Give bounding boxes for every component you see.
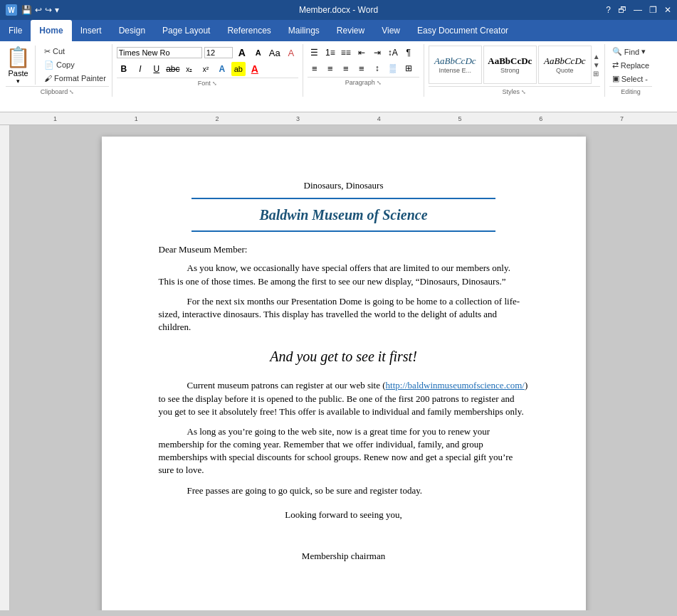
shading-btn[interactable]: ▒ [386, 61, 400, 75]
find-button[interactable]: 🔍 Find ▾ [609, 46, 652, 58]
multilevel-btn[interactable]: ≡≡ [339, 46, 353, 60]
menu-references[interactable]: References [219, 20, 279, 41]
doc-subtitle: Dinosaurs, Dinosaurs [159, 179, 529, 192]
menu-view[interactable]: View [373, 20, 409, 41]
title-bar-controls: ? 🗗 — ❐ ✕ [606, 5, 671, 15]
strikethrough-btn[interactable]: abc [166, 62, 180, 76]
italic-button[interactable]: I [133, 62, 147, 76]
help-btn[interactable]: ? [606, 5, 611, 15]
change-case-btn[interactable]: Aa [268, 46, 282, 60]
close-btn[interactable]: ✕ [664, 5, 671, 15]
undo-quick-btn[interactable]: ↩ [35, 5, 42, 15]
divider-bottom [191, 230, 495, 232]
doc-para1: As you know, we occasionally have specia… [159, 262, 529, 287]
align-center-btn[interactable]: ≡ [323, 61, 337, 75]
highlight-btn[interactable]: ab [231, 62, 246, 76]
styles-expand[interactable]: ⤡ [521, 89, 526, 95]
decrease-indent-btn[interactable]: ⇤ [355, 46, 369, 60]
doc-callout: And you get to see it first! [159, 346, 529, 366]
bullets-btn[interactable]: ☰ [308, 46, 322, 60]
format-painter-button[interactable]: 🖌 Format Painter [41, 73, 109, 84]
clipboard-expand[interactable]: ⤡ [69, 89, 74, 95]
shrink-font-btn[interactable]: A [251, 46, 266, 60]
cut-button[interactable]: ✂ Cut [41, 46, 68, 58]
ribbon-display-btn[interactable]: 🗗 [618, 5, 626, 15]
doc-link[interactable]: http://baldwinmuseumofscience.com/ [386, 380, 525, 391]
copy-button[interactable]: 📄 Copy [41, 59, 78, 71]
paste-button[interactable]: 📋 Paste ▾ [6, 46, 36, 85]
replace-button[interactable]: ⇄ Replace [609, 59, 652, 71]
customize-quick-btn[interactable]: ▾ [55, 5, 59, 15]
numbering-btn[interactable]: 1≡ [323, 46, 337, 60]
increase-indent-btn[interactable]: ⇥ [370, 46, 384, 60]
title-bar: W 💾 ↩ ↪ ▾ Member.docx - Word ? 🗗 — ❐ ✕ [0, 0, 677, 20]
ruler-marks: 1 1 2 3 4 5 6 7 [53, 115, 624, 122]
styles-scroll-down[interactable]: ▼ [593, 61, 600, 69]
word-icon: W [6, 4, 17, 16]
menu-mailings[interactable]: Mailings [280, 20, 328, 41]
select-button[interactable]: ▣ Select - [609, 73, 652, 85]
text-effects-btn[interactable]: A [215, 62, 229, 76]
clipboard-group: 📋 Paste ▾ ✂ Cut 📄 Copy 🖌 Format Painter [3, 44, 112, 97]
font-family-input[interactable] [117, 47, 202, 58]
font-group: A A Aa A B I U abc x₂ x² A ab A [112, 44, 303, 97]
menu-page-layout[interactable]: Page Layout [154, 20, 219, 41]
justify-btn[interactable]: ≡ [355, 61, 369, 75]
style-intense[interactable]: AaBbCcDc Intense E... [429, 46, 482, 84]
bold-button[interactable]: B [117, 62, 131, 76]
menu-home[interactable]: Home [31, 20, 71, 41]
borders-btn[interactable]: ⊞ [402, 61, 416, 75]
sort-btn[interactable]: ↕A [386, 46, 400, 60]
redo-quick-btn[interactable]: ↪ [45, 5, 52, 15]
pilcrow-btn[interactable]: ¶ [402, 46, 416, 60]
doc-para4: As long as you’re going to the web site,… [159, 425, 529, 477]
search-icon: 🔍 [612, 47, 622, 56]
underline-button[interactable]: U [149, 62, 164, 76]
superscript-btn[interactable]: x² [199, 62, 213, 76]
select-icon: ▣ [612, 74, 619, 83]
align-left-btn[interactable]: ≡ [308, 61, 322, 75]
restore-btn[interactable]: ❐ [649, 5, 657, 15]
ribbon: 📋 Paste ▾ ✂ Cut 📄 Copy 🖌 Format Painter [0, 41, 677, 112]
font-label: Font [198, 80, 211, 87]
menu-file[interactable]: File [0, 20, 31, 41]
window-title: Member.docx - Word [299, 5, 378, 15]
clipboard-label: Clipboard [41, 88, 68, 95]
find-arrow[interactable]: ▾ [641, 47, 646, 56]
paragraph-expand[interactable]: ⤡ [377, 80, 382, 86]
styles-more[interactable]: ⊞ [593, 70, 600, 78]
styles-scroll: ▲ ▼ ⊞ [593, 53, 600, 78]
align-right-btn[interactable]: ≡ [339, 61, 353, 75]
paragraph-label: Paragraph [345, 79, 375, 86]
menu-insert[interactable]: Insert [72, 20, 110, 41]
document-page[interactable]: Dinosaurs, Dinosaurs Baldwin Museum of S… [102, 137, 586, 610]
menu-design[interactable]: Design [110, 20, 154, 41]
menu-bar: File Home Insert Design Page Layout Refe… [0, 20, 677, 41]
doc-para3-pre: Current museum patrons can register at o… [187, 380, 386, 391]
doc-para2: For the next six months our Presentation… [159, 295, 529, 334]
styles-group: AaBbCcDc Intense E... AaBbCcDc Strong Aa… [424, 44, 605, 97]
replace-icon: ⇄ [612, 60, 619, 70]
font-size-input[interactable] [204, 47, 233, 58]
menu-review[interactable]: Review [328, 20, 373, 41]
editing-label: Editing [621, 88, 641, 95]
style-quote[interactable]: AaBbCcDc Quote [538, 46, 592, 84]
minimize-btn[interactable]: — [634, 5, 642, 15]
doc-para5: Free passes are going to go quick, so be… [159, 484, 529, 497]
paragraph-group: ☰ 1≡ ≡≡ ⇤ ⇥ ↕A ¶ ≡ ≡ ≡ ≡ ↕ ▒ ⊞ [303, 44, 424, 97]
save-quick-btn[interactable]: 💾 [21, 5, 32, 15]
grow-font-btn[interactable]: A [235, 46, 249, 60]
font-color-btn[interactable]: A [248, 62, 262, 76]
doc-closing: Looking forward to seeing you, [159, 509, 529, 521]
title-bar-left: W 💾 ↩ ↪ ▾ [6, 4, 59, 16]
font-expand[interactable]: ⤡ [212, 80, 217, 87]
clear-format-btn[interactable]: A [284, 46, 298, 60]
document-scroll[interactable]: Dinosaurs, Dinosaurs Baldwin Museum of S… [10, 125, 677, 610]
styles-scroll-up[interactable]: ▲ [593, 53, 600, 60]
menu-easy-doc[interactable]: Easy Document Creator [409, 20, 517, 41]
doc-signature: Membership chairman [159, 550, 529, 563]
line-spacing-btn[interactable]: ↕ [370, 61, 384, 75]
doc-greeting: Dear Museum Member: [159, 243, 529, 256]
style-strong[interactable]: AaBbCcDc Strong [483, 46, 537, 84]
subscript-btn[interactable]: x₂ [182, 62, 196, 76]
